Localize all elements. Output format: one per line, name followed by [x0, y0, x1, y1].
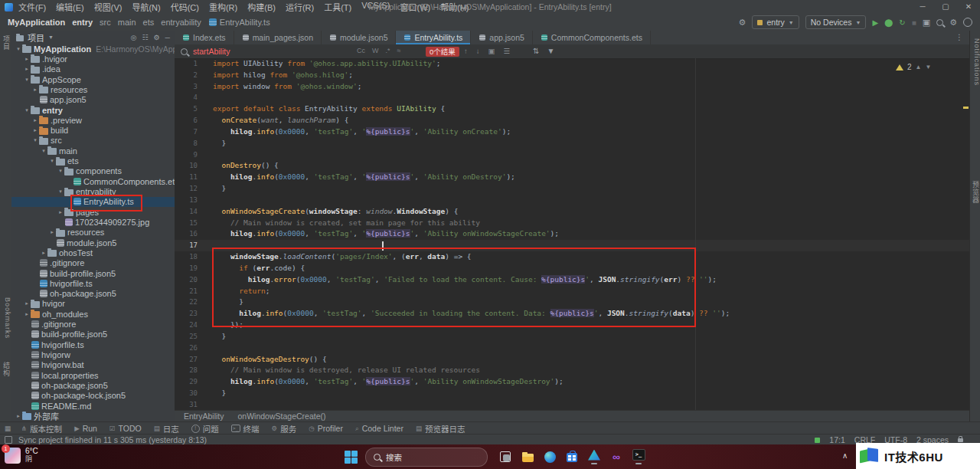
tree-item-pages[interactable]: ▸pages — [11, 207, 175, 217]
code-line[interactable]: 20 hilog.error(0x0000, 'testTag', 'Faile… — [175, 274, 969, 286]
run-button[interactable]: ▶ — [872, 18, 878, 27]
tree-expand-arrow-icon[interactable]: ▾ — [57, 168, 64, 174]
account-avatar-icon[interactable] — [963, 18, 972, 27]
search-everywhere-icon[interactable] — [936, 19, 943, 26]
menu-item-C[interactable]: 代码(C) — [171, 1, 199, 13]
tree-expand-arrow-icon[interactable]: ▸ — [23, 311, 31, 317]
tree-expand-arrow-icon[interactable]: ▸ — [23, 300, 31, 307]
code-line[interactable]: 7 hilog.info(0x0000, 'testTag', '%{publi… — [175, 126, 969, 138]
debug-button[interactable]: ⬤ — [884, 18, 893, 27]
taskbar-app-visual-studio[interactable]: ∞ — [609, 447, 623, 467]
menu-item-R[interactable]: 重构(R) — [209, 1, 237, 13]
code-line[interactable]: 9 — [175, 149, 969, 161]
taskbar-app-edge[interactable] — [543, 447, 557, 467]
toolwindow-button-todo[interactable]: ☑TODO — [103, 424, 148, 433]
tab-Index.ets[interactable]: Index.ets — [175, 31, 234, 44]
sync-status-message[interactable]: Sync project finished in 11 s 305 ms (ye… — [18, 435, 207, 444]
sidebar-tab-structure[interactable]: 结构 — [0, 362, 11, 377]
tree-item-.hvigor[interactable]: ▸.hvigor — [11, 54, 175, 64]
settings-gear-icon[interactable]: ⚙ — [949, 18, 957, 27]
start-button[interactable] — [345, 451, 358, 464]
tree-item-hvigorfile.ts[interactable]: hvigorfile.ts — [11, 278, 175, 288]
toolwindow-button-terminal[interactable]: >_终端 — [225, 423, 266, 435]
tree-item-build-profile.json5[interactable]: build-profile.json5 — [11, 268, 175, 278]
code-line[interactable]: 29 hilog.info(0x0000, 'testTag', '%{publ… — [175, 376, 969, 388]
menu-item-T[interactable]: 工具(T) — [324, 1, 351, 13]
caret-position[interactable]: 17:1 — [829, 435, 844, 444]
toolwindow-button-profiler[interactable]: ◷Profiler — [302, 424, 349, 433]
tree-expand-arrow-icon[interactable]: ▾ — [57, 189, 64, 195]
match-case-icon[interactable]: Cc — [357, 47, 365, 54]
toolwindow-button-services[interactable]: ⚙服务 — [266, 423, 303, 435]
code-line[interactable]: 19 if (err.code) { — [175, 263, 969, 274]
tree-item-resources[interactable]: ▸resources — [11, 84, 175, 94]
tree-expand-arrow-icon[interactable]: ▸ — [31, 87, 39, 93]
readonly-lock-icon[interactable] — [958, 438, 963, 442]
code-line[interactable]: 25 } — [175, 331, 969, 343]
words-icon[interactable]: W — [372, 47, 379, 54]
panel-settings-gear-icon[interactable]: ⚙ — [154, 34, 160, 41]
tree-expand-arrow-icon[interactable]: ▾ — [23, 107, 31, 113]
code-line[interactable]: 2import hilog from '@ohos.hilog'; — [175, 70, 969, 81]
hide-panel-icon[interactable]: ─ — [165, 34, 170, 41]
menu-item-B[interactable]: 构建(B) — [247, 1, 276, 13]
breadcrumb-EntryAbility.ts[interactable]: EntryAbility.ts — [208, 18, 270, 27]
tree-item-hvigorw[interactable]: hvigorw — [11, 349, 175, 359]
code-line[interactable]: 14 onWindowStageCreate(windowStage: wind… — [175, 206, 969, 218]
taskbar-app-terminal[interactable]: >_ — [632, 447, 645, 467]
code-line[interactable]: 31 — [175, 399, 969, 411]
menu-item-E[interactable]: 编辑(E) — [56, 1, 84, 13]
tree-item-build-profile.json5[interactable]: build-profile.json5 — [11, 330, 175, 339]
breadcrumb-method[interactable]: onWindowStageCreate() — [238, 412, 326, 421]
tree-item-resources[interactable]: ▸resources — [11, 228, 175, 238]
tree-item-.gitignore[interactable]: .gitignore — [11, 258, 175, 268]
tree-item-AppScope[interactable]: ▾AppScope — [11, 74, 175, 84]
tree-expand-arrow-icon[interactable]: ▾ — [48, 158, 56, 164]
collapse-all-icon[interactable]: ☷ — [142, 34, 148, 41]
maximize-button[interactable]: ▢ — [934, 0, 957, 14]
toolwindow-button-run[interactable]: ▶Run — [68, 424, 103, 433]
taskbar-app-task-view[interactable] — [498, 447, 512, 467]
tree-expand-arrow-icon[interactable]: ▾ — [31, 137, 39, 143]
tree-item-hvigorfile.ts[interactable]: hvigorfile.ts — [11, 339, 175, 349]
taskbar-search[interactable]: 搜索 — [365, 448, 488, 467]
code-view[interactable]: 1import UIAbility from '@ohos.app.abilit… — [175, 58, 969, 411]
code-line[interactable]: 11 hilog.info(0x0000, 'testTag', '%{publ… — [175, 172, 969, 183]
tree-item-1702344909275.jpg[interactable]: 1702344909275.jpg — [11, 217, 175, 227]
filter-mask-icon[interactable]: ≈ — [397, 47, 401, 54]
tree-item-components[interactable]: ▾components — [11, 166, 175, 176]
chevron-down-icon[interactable]: ▼ — [48, 34, 54, 40]
tree-item-ets[interactable]: ▾ets — [11, 156, 175, 166]
taskbar-app-microsoft-store[interactable] — [565, 447, 579, 467]
toolwindow-button-git[interactable]: ⋔版本控制 — [15, 423, 68, 435]
code-line[interactable]: 1import UIAbility from '@ohos.app.abilit… — [175, 58, 969, 70]
coverage-run-button[interactable]: ↻ — [899, 18, 905, 27]
toolwindow-button-previewer-log[interactable]: ▤预览器日志 — [410, 423, 472, 435]
sort-icon[interactable]: ⇅ — [533, 47, 539, 55]
code-line[interactable]: 10 onDestroy() { — [175, 160, 969, 172]
tree-item-module.json5[interactable]: module.json5 — [11, 238, 175, 248]
highlight-icon[interactable]: ☰ — [503, 47, 510, 55]
code-line[interactable]: 21 return; — [175, 286, 969, 297]
tree-item-local.properties[interactable]: local.properties — [11, 370, 175, 380]
tree-item-entryability[interactable]: ▾entryability — [11, 186, 175, 196]
inspections-widget[interactable]: 2 ▲ ▼ — [896, 63, 931, 71]
tree-expand-arrow-icon[interactable]: ▸ — [23, 66, 31, 72]
tree-expand-arrow-icon[interactable]: ▾ — [23, 77, 31, 83]
breadcrumb-entry[interactable]: entry — [72, 18, 93, 27]
tree-item-hvigorw.bat[interactable]: hvigorw.bat — [11, 360, 175, 370]
code-line[interactable]: 13 — [175, 195, 969, 206]
next-occurrence-icon[interactable]: ↓ — [476, 47, 480, 55]
tree-item-entry[interactable]: ▾entry — [11, 105, 175, 115]
tabs-more-icon[interactable]: ⋮ — [949, 31, 969, 44]
taskbar-app-file-explorer[interactable] — [521, 447, 534, 467]
tree-expand-arrow-icon[interactable]: ▾ — [40, 148, 47, 154]
tree-item-.preview[interactable]: ▸.preview — [11, 115, 175, 125]
tree-item-build[interactable]: ▸build — [11, 126, 175, 136]
tree-item-oh-package.json5[interactable]: oh-package.json5 — [11, 380, 175, 390]
tree-item-src[interactable]: ▾src — [11, 136, 175, 146]
code-line[interactable]: 18 windowStage.loadContent('pages/Index'… — [175, 251, 969, 263]
tree-expand-arrow-icon[interactable]: ▸ — [15, 413, 22, 419]
code-line[interactable]: 26 — [175, 343, 969, 354]
tree-expand-arrow-icon[interactable]: ▸ — [48, 229, 56, 235]
